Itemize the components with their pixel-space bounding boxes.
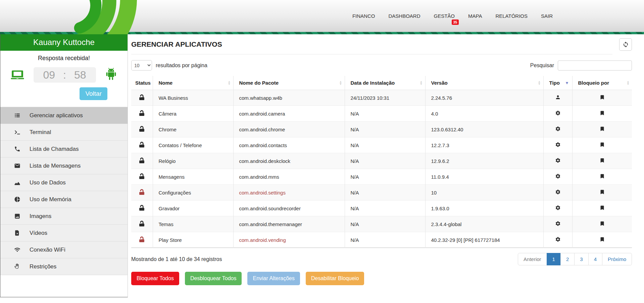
sidebar-item-label: Lista de Mensagens [30,163,81,169]
gear-icon [555,142,561,147]
bookmark-icon [599,94,605,100]
pagination-page-2[interactable]: 2 [560,253,575,265]
cell-type [543,216,572,232]
table-row: Play Storecom.android.vendingN/A40.2.32-… [131,232,632,248]
cell-status[interactable] [131,90,153,106]
cell-status[interactable] [131,153,153,169]
phone-icon [14,146,20,152]
cell-status[interactable] [131,122,153,137]
sort-both-icon: ▲▼ [538,81,541,85]
refresh-icon [623,41,629,48]
table-row: Chromecom.android.chromeN/A123.0.6312.40 [131,122,632,137]
nav-item-mapa[interactable]: MAPA [468,13,482,19]
nav-item-financo[interactable]: FINANCO [352,13,375,19]
column-header-label: Nome [159,80,173,86]
column-header-label: Nome do Pacote [239,80,279,86]
sidebar-item-terminal[interactable]: Terminal [0,124,128,141]
column-header-nome[interactable]: Nome▲▼ [153,76,233,90]
table-row: Câmeracom.android.cameraN/A4.0 [131,106,632,122]
cell-install-date: N/A [345,169,425,185]
nav-item-dashboard[interactable]: DASHBOARD [388,13,420,19]
sidebar-item-label: Uso de Memória [30,196,71,203]
pagination-page-3[interactable]: 3 [574,253,588,265]
sidebar-item-lista-de-mensagens[interactable]: Lista de Mensagens [0,158,128,174]
area-chart-icon [14,179,20,186]
nav-item-gestao[interactable]: GESTÃO35 [434,13,455,19]
pagination-next[interactable]: Próximo [602,253,632,265]
back-button[interactable]: Voltar [80,87,107,100]
unlock-icon [139,126,144,132]
cell-version: 12.2.7.3 [425,137,543,153]
sidebar-item-imagens[interactable]: Imagens [0,208,128,225]
cell-status[interactable] [131,216,153,232]
cell-status[interactable] [131,169,153,185]
cell-status[interactable] [131,137,153,153]
list-icon [14,112,20,119]
search-input[interactable] [558,60,632,71]
sidebar-item-lista-de-chamadas[interactable]: Lista de Chamadas [0,141,128,158]
cell-status[interactable] [131,106,153,122]
refresh-button[interactable] [619,38,632,51]
nav-item-label: SAIR [541,13,553,19]
column-header-versao[interactable]: Versão▲▼ [425,76,543,90]
gear-icon [555,221,561,226]
column-header-status: Status [131,76,153,90]
column-header-tipo[interactable]: Tipo▼ [543,76,572,90]
sidebar-item-videos[interactable]: Vídeos [0,225,128,242]
pagination-page-1[interactable]: 1 [547,253,561,265]
sidebar-item-gerenciar-aplicativos[interactable]: Gerenciar aplicativos [0,107,128,124]
table-row: Mensagenscom.android.mmsN/A11.0.9.4 [131,169,632,185]
cell-install-date: N/A [345,122,425,137]
sidebar-item-label: Terminal [30,129,51,136]
cell-install-date: 24/11/2023 10:31 [345,90,425,106]
sidebar-item-restricoes[interactable]: Restrições [0,258,128,275]
pagination: Anterior1234Próximo [518,253,632,265]
action-bloquear-todos[interactable]: Bloquear Todos [131,272,179,285]
cell-status[interactable] [131,232,153,248]
sidebar-item-conexao-wifi[interactable]: Conexão WiFi [0,242,128,258]
cell-status[interactable] [131,185,153,201]
search-label: Pesquisar [530,62,554,69]
cell-package: com.android.soundrecorder [233,201,345,216]
cell-version: 40.2.32-29 [0] [PR] 617727184 [425,232,543,248]
android-icon [103,66,119,84]
nav-item-sair[interactable]: SAIR [541,13,553,19]
status-message: Resposta recebida! [0,55,128,62]
device-user-name: Kauany Kuttoche [0,34,128,51]
sidebar-item-uso-de-memoria[interactable]: Uso de Memória [0,191,128,208]
bookmark-icon [599,189,605,195]
cell-status[interactable] [131,201,153,216]
unlock-icon [139,221,144,226]
cell-lock [572,216,632,232]
gear-icon [555,126,561,132]
sidebar-item-label: Conexão WiFi [30,247,65,253]
column-header-nome-do-pacote[interactable]: Nome do Pacote▲▼ [233,76,345,90]
sidebar-item-uso-de-dados[interactable]: Uso de Dados [0,174,128,191]
main-content: GERENCIAR APLICATIVOS 10 resultados por … [128,34,644,285]
clock-hours: 09 [43,69,55,81]
unlock-icon [139,173,144,179]
cell-install-date: N/A [345,232,425,248]
gear-icon [555,158,561,163]
cell-name: Mensagens [153,169,233,185]
bookmark-icon [599,110,605,116]
column-header-bloqueio-por[interactable]: Bloqueio por▲▼ [572,76,632,90]
bookmark-icon [599,173,605,179]
sort-both-icon: ▲▼ [420,81,423,85]
cell-version: 123.0.6312.40 [425,122,543,137]
nav-item-relatorios[interactable]: RELATÓRIOS [495,13,528,19]
page-size-label: resultados por página [156,62,207,69]
column-header-label: Versão [431,80,448,86]
laptop-icon [9,68,26,82]
pagination-previous[interactable]: Anterior [518,253,547,265]
column-header-data-de-instalacao[interactable]: Data de Instalação▲▼ [345,76,425,90]
page-size-select[interactable]: 10 [131,60,152,71]
cell-type [543,90,572,106]
action-desbloquear-todos[interactable]: Desbloquear Todos [185,272,242,285]
cell-package: com.whatsapp.w4b [233,90,345,106]
cell-package: com.android.chrome [233,122,345,137]
action-desabilitar-bloqueio[interactable]: Desabilitar Bloqueio [306,272,364,285]
table-row: Contatos / Telefonecom.android.contactsN… [131,137,632,153]
pagination-page-4[interactable]: 4 [588,253,602,265]
action-enviar-alteracoes[interactable]: Enviar Alterações [247,272,300,285]
